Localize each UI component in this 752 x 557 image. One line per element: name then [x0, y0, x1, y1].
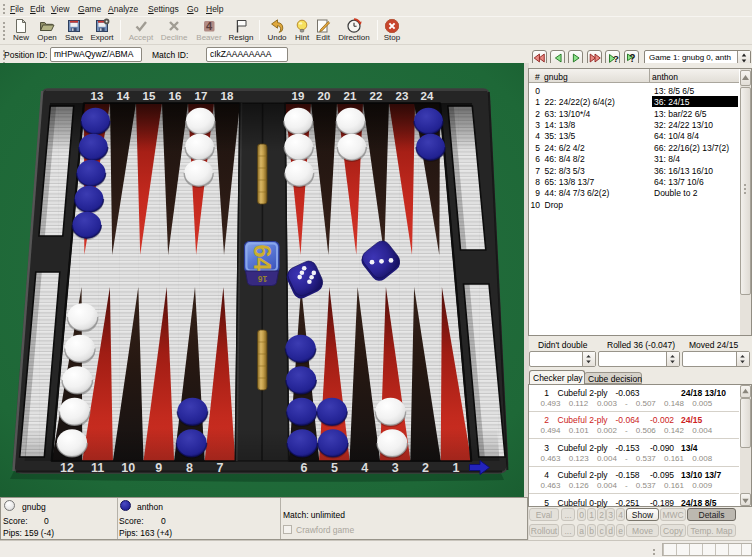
svg-text:22: 22	[370, 90, 383, 102]
svg-text:4: 4	[206, 20, 213, 32]
svg-text:3: 3	[392, 461, 399, 475]
svg-text:2: 2	[422, 461, 429, 475]
svg-text:23: 23	[396, 90, 409, 102]
svg-text:24: 24	[421, 90, 434, 102]
svg-text:17: 17	[195, 90, 208, 102]
svg-text:16: 16	[258, 274, 268, 284]
svg-text:16: 16	[169, 90, 182, 102]
svg-text:19: 19	[292, 90, 305, 102]
svg-text:6: 6	[301, 461, 308, 475]
svg-text:20: 20	[318, 90, 331, 102]
svg-text:1: 1	[453, 461, 460, 475]
svg-text:10: 10	[121, 461, 135, 475]
svg-text:8: 8	[186, 461, 193, 475]
svg-text:14: 14	[117, 90, 130, 102]
svg-text:7: 7	[217, 461, 224, 475]
svg-text:13: 13	[91, 90, 104, 102]
svg-text:64: 64	[249, 244, 276, 271]
svg-text:12: 12	[60, 461, 74, 475]
svg-text:4: 4	[361, 461, 368, 475]
svg-text:5: 5	[331, 461, 338, 475]
svg-text:15: 15	[143, 90, 156, 102]
svg-text:9: 9	[155, 461, 162, 475]
svg-text:21: 21	[344, 90, 357, 102]
svg-text:18: 18	[221, 90, 234, 102]
svg-text:?: ?	[613, 53, 619, 64]
svg-text:11: 11	[91, 461, 104, 475]
